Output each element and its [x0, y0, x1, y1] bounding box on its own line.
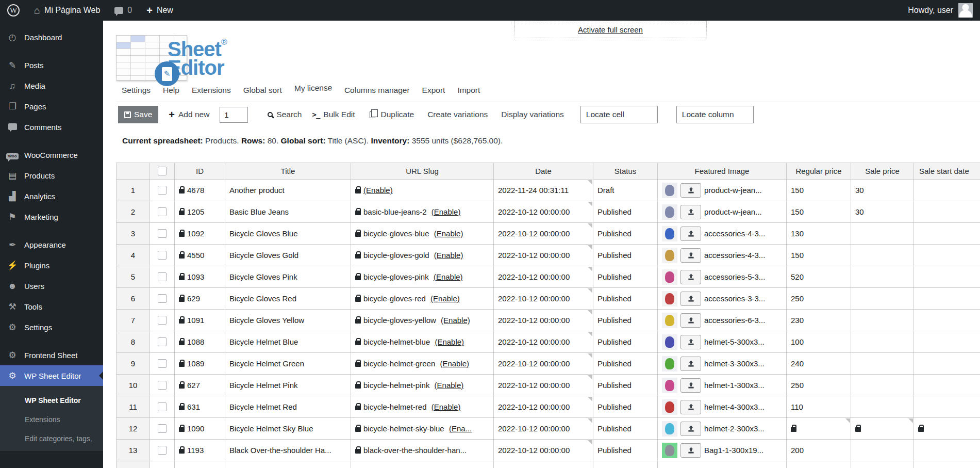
row-select-cell[interactable]: [150, 418, 175, 439]
cell-id[interactable]: 1205: [175, 201, 225, 222]
plugin-menu-export[interactable]: Export: [422, 86, 445, 95]
cell-regular-price[interactable]: 240: [787, 353, 851, 374]
sidebar-item-tools[interactable]: ⚒ Tools: [0, 296, 103, 317]
cell-featured-image[interactable]: Bag1-1-300x19...: [658, 440, 787, 461]
cell-regular-price[interactable]: 150: [787, 201, 851, 222]
cell-featured-image[interactable]: accessories-3-3...: [658, 288, 787, 309]
row-checkbox[interactable]: [158, 186, 167, 195]
cell-regular-price[interactable]: 150: [787, 180, 851, 201]
row-number[interactable]: 1: [117, 180, 150, 201]
column-header-regular-price[interactable]: Regular price: [787, 163, 851, 179]
comments-link[interactable]: 0: [107, 0, 139, 21]
cell-status[interactable]: Published: [593, 375, 658, 396]
row-number[interactable]: 3: [117, 223, 150, 244]
row-number[interactable]: 11: [117, 396, 150, 417]
enable-slug-link[interactable]: (Enable): [430, 294, 460, 303]
cell-sale-price[interactable]: 30: [851, 180, 914, 201]
upload-image-button[interactable]: [680, 248, 701, 263]
sidebar-item-pages[interactable]: ❐ Pages: [0, 96, 103, 117]
cell-date[interactable]: 2022-10-12 00:00:00: [494, 201, 593, 222]
row-select-cell[interactable]: [150, 353, 175, 374]
plugin-menu-extensions[interactable]: Extensions: [192, 86, 231, 95]
column-header-status[interactable]: Status: [593, 163, 658, 179]
cell-url-slug[interactable]: bicycle-gloves-red (Enable): [351, 288, 494, 309]
sidebar-item-comments[interactable]: Comments: [0, 117, 103, 137]
cell-sale-start-date[interactable]: [914, 353, 980, 374]
cell-title[interactable]: Bicycle Helmet Sky Blue: [225, 418, 351, 439]
cell-title[interactable]: Bicycle Gloves Gold: [225, 245, 351, 266]
cell-url-slug[interactable]: bicycle-helmet-blue (Enable): [351, 331, 494, 352]
cell-date[interactable]: 2022-11-24 00:31:11: [494, 180, 593, 201]
activate-fullscreen-link[interactable]: Activate full screen: [578, 25, 643, 34]
cell-url-slug[interactable]: black-over-the-shoulder-han...: [351, 440, 494, 461]
enable-slug-link[interactable]: (Enable): [434, 251, 463, 260]
upload-image-button[interactable]: [680, 183, 701, 198]
cell-id[interactable]: 629: [175, 288, 225, 309]
cell-featured-image[interactable]: product-w-jean...: [658, 201, 787, 222]
cell-title[interactable]: Bicycle Helmet Blue: [225, 331, 351, 352]
sidebar-item-analytics[interactable]: ▟ Analytics: [0, 186, 103, 206]
row-checkbox[interactable]: [158, 359, 167, 368]
sidebar-item-woocommerce[interactable]: Woo WooCommerce: [0, 144, 103, 165]
cell-featured-image[interactable]: helmet-5-300x3...: [658, 331, 787, 352]
cell-sale-price[interactable]: [851, 440, 914, 461]
cell-featured-image[interactable]: product-w-jean...: [658, 180, 787, 201]
cell-title[interactable]: Bicycle Gloves Blue: [225, 223, 351, 244]
enable-slug-link[interactable]: (Enable): [431, 402, 461, 411]
column-header-id[interactable]: ID: [175, 163, 225, 179]
cell-sale-price[interactable]: [851, 375, 914, 396]
upload-image-button[interactable]: [680, 313, 701, 328]
cell-title[interactable]: [225, 461, 351, 468]
cell-date[interactable]: 2022-10-12 00:00:00: [494, 353, 593, 374]
plugin-menu-global-sort[interactable]: Global sort: [243, 86, 282, 95]
howdy-text[interactable]: Howdy, user: [908, 6, 953, 15]
cell-title[interactable]: Black Over-the-shoulder Ha...: [225, 440, 351, 461]
row-number[interactable]: 7: [117, 310, 150, 331]
cell-regular-price[interactable]: 250: [787, 375, 851, 396]
cell-sale-start-date[interactable]: [914, 331, 980, 352]
row-number[interactable]: 9: [117, 353, 150, 374]
cell-url-slug[interactable]: bicycle-helmet-pink (Enable): [351, 375, 494, 396]
sidebar-item-plugins[interactable]: ⚡ Plugins: [0, 255, 103, 276]
cell-status[interactable]: Published: [593, 440, 658, 461]
cell-title[interactable]: Another product: [225, 180, 351, 201]
cell-id[interactable]: 1088: [175, 331, 225, 352]
upload-image-button[interactable]: [680, 378, 701, 393]
row-select-cell[interactable]: [150, 180, 175, 201]
cell-sale-start-date[interactable]: [914, 201, 980, 222]
cell-id[interactable]: [175, 461, 225, 468]
cell-sale-start-date[interactable]: [914, 266, 980, 287]
cell-sale-start-date[interactable]: [914, 180, 980, 201]
cell-sale-price[interactable]: [851, 331, 914, 352]
row-number[interactable]: 8: [117, 331, 150, 352]
row-number[interactable]: 10: [117, 375, 150, 396]
cell-id[interactable]: 4550: [175, 245, 225, 266]
cell-regular-price[interactable]: 200: [787, 440, 851, 461]
cell-sale-start-date[interactable]: [914, 396, 980, 417]
cell-id[interactable]: 4678: [175, 180, 225, 201]
sidebar-item-posts[interactable]: ✎ Posts: [0, 55, 103, 75]
cell-date[interactable]: 2022-10-12 00:00:00: [494, 440, 593, 461]
cell-title[interactable]: Bicycle Gloves Yellow: [225, 310, 351, 331]
plugin-menu-import[interactable]: Import: [457, 86, 480, 95]
enable-slug-link[interactable]: (Enable): [363, 186, 393, 195]
row-select-cell[interactable]: [150, 461, 175, 468]
upload-image-button[interactable]: [680, 227, 701, 241]
upload-image-button[interactable]: [680, 292, 701, 306]
cell-sale-price[interactable]: [851, 396, 914, 417]
row-select-cell[interactable]: [150, 440, 175, 461]
cell-url-slug[interactable]: bicycle-gloves-pink (Enable): [351, 266, 494, 287]
row-select-cell[interactable]: [150, 223, 175, 244]
cell-status[interactable]: Published: [593, 288, 658, 309]
column-header-featured-image[interactable]: Featured Image: [658, 163, 787, 179]
row-number[interactable]: [117, 461, 150, 468]
upload-image-button[interactable]: [680, 357, 701, 371]
cell-featured-image[interactable]: accessories-4-3...: [658, 223, 787, 244]
select-all-checkbox[interactable]: [158, 167, 167, 175]
enable-slug-link[interactable]: (Enable): [434, 272, 463, 281]
row-number[interactable]: 12: [117, 418, 150, 439]
cell-date[interactable]: 2022-10-12 00:00:00: [494, 375, 593, 396]
row-checkbox[interactable]: [158, 424, 167, 433]
sidebar-item-settings[interactable]: ⚙ Settings: [0, 317, 103, 337]
wordpress-menu[interactable]: W: [0, 0, 27, 21]
